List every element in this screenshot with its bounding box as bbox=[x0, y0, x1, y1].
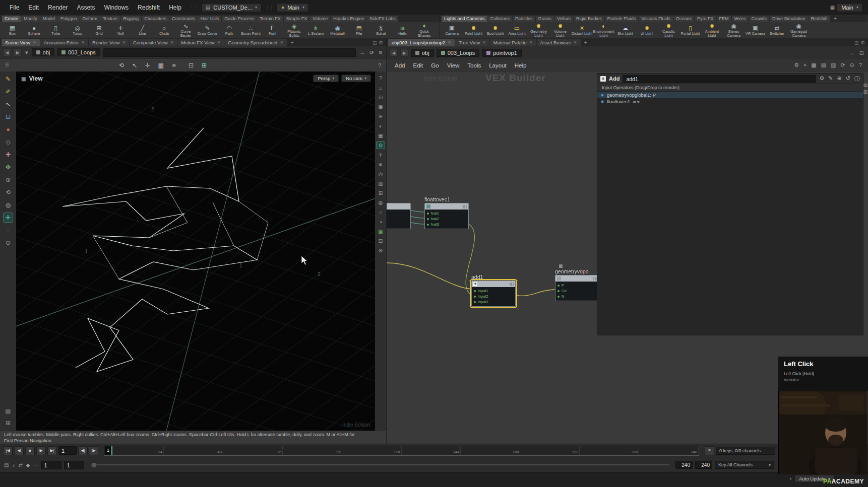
onion-skin-icon[interactable]: ◑ bbox=[377, 218, 385, 225]
node-floattovec1[interactable]: floattovec1 fval1fval2fval3 bbox=[424, 196, 469, 229]
shelf-tool[interactable]: ✦ Quick Shapes bbox=[413, 23, 435, 38]
shelf-tool[interactable]: ✹ Caustic Light bbox=[658, 23, 679, 38]
camera-dropdown[interactable]: No cam▾ bbox=[341, 75, 371, 82]
shelf-tab[interactable]: Constraints bbox=[169, 16, 198, 22]
close-icon[interactable] bbox=[448, 40, 451, 45]
path-chip[interactable]: pointvop1 bbox=[482, 49, 522, 57]
move-tool-icon[interactable]: ⊕ bbox=[4, 175, 13, 184]
playhead-marker[interactable]: 1 bbox=[105, 446, 112, 455]
menu-item[interactable]: Assets bbox=[72, 2, 99, 13]
node-partial[interactable] bbox=[387, 196, 411, 229]
shelf-tool[interactable]: ⋔ L-System bbox=[305, 25, 327, 36]
secure-selection-icon[interactable]: ⊟ bbox=[4, 112, 13, 121]
scrub-mode-icon[interactable]: ⇄ bbox=[18, 462, 22, 468]
select-arrow-icon[interactable]: ↖ bbox=[4, 100, 13, 109]
shelf-tool[interactable]: ◠ Path bbox=[218, 25, 240, 36]
shelf-tool[interactable]: ◎ Torus bbox=[67, 25, 88, 36]
shelf-tab[interactable]: Pyro FX bbox=[695, 16, 716, 22]
node-input-row[interactable]: fval2 bbox=[427, 216, 466, 222]
frame-all-icon[interactable]: ⊡ bbox=[377, 94, 385, 101]
gear-icon[interactable]: ⚙ bbox=[819, 75, 824, 83]
reference-grid-icon[interactable]: ▦ bbox=[377, 228, 385, 235]
shelf-tab[interactable]: Rigid Bodies bbox=[574, 16, 604, 22]
scene-viewport[interactable]: ▣ View Persp▾ No cam▾ 2 -1 1 2 Indie Edi… bbox=[16, 72, 375, 431]
shelf-tab[interactable]: Drive Simulation bbox=[770, 16, 808, 22]
jump-start-button[interactable]: |◀ bbox=[3, 446, 13, 455]
path-chip-node[interactable]: 003_Loops bbox=[57, 48, 100, 56]
shelf-tool[interactable]: ▭ Area Light bbox=[506, 25, 528, 36]
shelf-tab[interactable]: SideFX Labs bbox=[367, 16, 398, 22]
shelf-tool[interactable]: ⇄ Switcher bbox=[766, 25, 788, 36]
shelf-tool[interactable]: ◈ Platonic Solids bbox=[283, 23, 305, 38]
desktop-dropdown[interactable]: ▤ CUSTOM_De... ▾ bbox=[201, 3, 262, 12]
shelf-tool[interactable]: ≋ Helix bbox=[392, 25, 413, 36]
wrench-icon[interactable]: ⚙ bbox=[794, 62, 799, 68]
forward-button[interactable]: ▶ bbox=[14, 48, 22, 56]
toggle-grid-icon[interactable]: ⊞ bbox=[200, 61, 209, 70]
shelf-tool[interactable]: ☁ Sky Light bbox=[614, 25, 636, 36]
menu-item[interactable]: File bbox=[5, 2, 24, 13]
cook-mode-icon[interactable]: ◔ bbox=[789, 476, 792, 482]
pane-tab[interactable]: Animation Editor bbox=[40, 39, 88, 46]
close-icon[interactable] bbox=[81, 40, 85, 45]
playbar-options-icon[interactable]: ▤ bbox=[4, 462, 9, 468]
isolate-icon[interactable]: ◍ bbox=[377, 199, 385, 206]
camera-view-icon[interactable]: ▣ bbox=[377, 103, 385, 110]
select-points-icon[interactable]: ● bbox=[4, 125, 13, 134]
shelf-tool[interactable]: ▯ Tube bbox=[45, 25, 67, 36]
network-menu-item[interactable]: Layout bbox=[485, 61, 511, 70]
network-menu-item[interactable]: Edit bbox=[409, 61, 427, 70]
network-menu-item[interactable]: Tools bbox=[463, 61, 485, 70]
jump-icon[interactable]: → bbox=[848, 50, 856, 56]
ghost-objects-icon[interactable]: ○ bbox=[377, 208, 385, 216]
view-lock-icon[interactable]: ⊗ bbox=[377, 247, 385, 254]
snapshot-icon[interactable]: ◎ bbox=[377, 170, 385, 177]
ruler-tick[interactable]: 72 bbox=[223, 446, 283, 455]
play-reverse-button[interactable]: ◀ bbox=[14, 446, 24, 455]
node-input-row[interactable]: fval1 bbox=[427, 211, 466, 216]
shelf-tool[interactable]: ✹ Spot Light bbox=[484, 25, 506, 36]
scene-dropdown[interactable]: ● Main ▾ bbox=[277, 3, 309, 12]
menu-mode-icon[interactable]: ≡ bbox=[169, 61, 178, 70]
jump-icon[interactable]: → bbox=[358, 49, 366, 55]
more-options-icon[interactable]: ⋯ bbox=[34, 462, 39, 468]
grid-toggle-icon[interactable]: ▤ bbox=[4, 406, 13, 415]
range-slider-handle[interactable] bbox=[92, 462, 96, 468]
viewport-help-icon[interactable]: ? bbox=[377, 62, 382, 68]
shelf-tool[interactable]: ▦ Box bbox=[2, 25, 23, 36]
step-back-button[interactable]: ◀| bbox=[78, 446, 88, 455]
shelf-tool[interactable]: ▤ File bbox=[348, 25, 370, 36]
help-icon[interactable]: ? bbox=[859, 62, 862, 68]
zoom-icon[interactable]: ⊙ bbox=[850, 62, 854, 68]
shelf-tool[interactable]: ☀ Distant Light bbox=[571, 25, 593, 36]
projection-dropdown[interactable]: Persp▾ bbox=[313, 75, 339, 82]
shelf-tab[interactable]: Create bbox=[2, 16, 21, 22]
shade-mode-icon[interactable]: ◐ bbox=[377, 122, 385, 129]
input-operator-row[interactable]: floattovec1: vec bbox=[597, 98, 863, 105]
scale-tool-icon[interactable]: ◍ bbox=[4, 200, 13, 210]
lighting-icon[interactable]: ☀ bbox=[377, 113, 385, 120]
path-chip[interactable]: obj bbox=[411, 49, 434, 57]
shelf-tool[interactable]: ✹ Ambient Light bbox=[701, 23, 723, 38]
render-region-icon[interactable]: ⊞ bbox=[377, 189, 385, 196]
home-view-icon[interactable]: ⌂ bbox=[377, 84, 385, 91]
shelf-tab[interactable]: Particles bbox=[513, 16, 535, 22]
display-points-icon[interactable]: ⊙ bbox=[377, 142, 385, 149]
node-name-field[interactable]: add1 bbox=[623, 75, 816, 83]
shelf-tab[interactable]: Polygon bbox=[58, 16, 80, 22]
shelf-tab[interactable]: Guide Process bbox=[222, 16, 257, 22]
shelf-tab[interactable]: Grains bbox=[536, 16, 554, 22]
layout-cols-icon[interactable]: ▥ bbox=[831, 62, 836, 68]
main-desktop-dropdown[interactable]: Main ▾ bbox=[837, 3, 863, 12]
filter-icon[interactable]: ≡ bbox=[378, 49, 383, 55]
jump-end-button[interactable]: ▶| bbox=[47, 446, 57, 455]
close-icon[interactable] bbox=[482, 40, 486, 45]
network-menu-item[interactable]: Go bbox=[427, 61, 443, 70]
view-help-icon[interactable]: ? bbox=[377, 75, 385, 82]
add-shelf-tab-button[interactable]: ＋ bbox=[831, 15, 840, 22]
path-chip[interactable]: 003_Loops bbox=[437, 49, 479, 57]
close-icon[interactable] bbox=[33, 40, 36, 45]
playbar-menu-button[interactable]: ≡ bbox=[705, 446, 714, 455]
link-icon[interactable]: ⊕ bbox=[837, 75, 842, 83]
shelf-tab[interactable]: FEM bbox=[717, 16, 731, 22]
